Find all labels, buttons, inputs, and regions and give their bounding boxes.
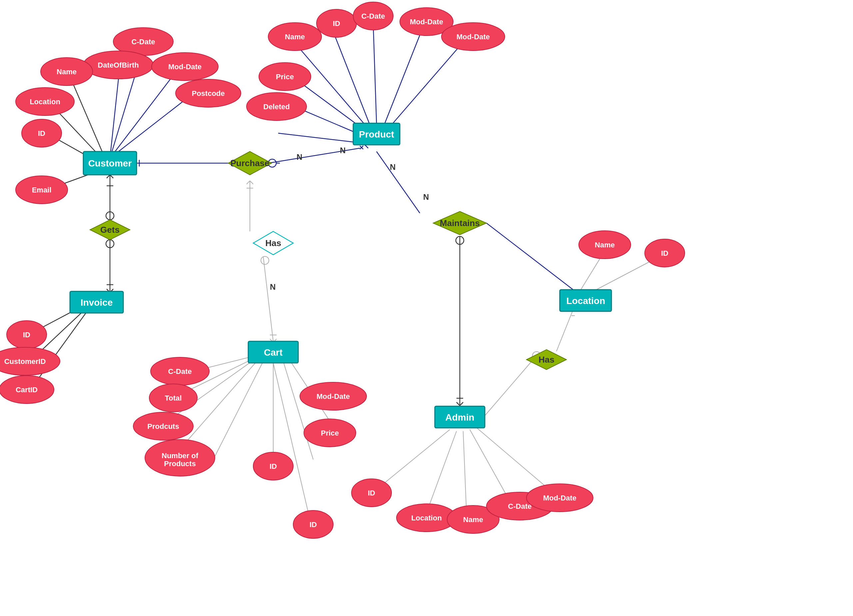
customer-entity-label: Customer [88, 158, 132, 168]
svg-line-35 [457, 402, 460, 406]
invoice-cartid-label: CartID [16, 386, 38, 394]
svg-line-68 [470, 430, 510, 501]
svg-line-66 [426, 431, 457, 513]
product-price2-label: Price [276, 73, 294, 81]
cart-products-label: Prodcuts [147, 422, 179, 431]
admin-cdate-label: C-Date [508, 502, 532, 510]
cart-numproducts-label2: Products [164, 460, 196, 468]
product-entity-label: Product [359, 129, 394, 139]
customer-location-label: Location [30, 98, 60, 106]
svg-line-39 [557, 310, 573, 351]
customer-moddate-label: Mod-Date [168, 63, 202, 71]
invoice-id-label: ID [23, 331, 30, 339]
customer-id-label: ID [38, 129, 45, 138]
purchase-n2-label: N [340, 146, 346, 155]
cart-id-label: ID [270, 462, 277, 471]
svg-line-74 [373, 23, 376, 123]
svg-line-79 [278, 133, 363, 143]
cart-moddate-label: Mod-Date [317, 392, 350, 401]
location-name-label: Name [595, 241, 615, 249]
cart-total-label: Total [165, 394, 182, 402]
svg-line-64 [273, 363, 310, 519]
admin-moddate-label: Mod-Date [543, 494, 577, 502]
svg-line-26 [268, 148, 360, 163]
admin-location-label: Location [411, 514, 442, 522]
customer-dob-label: DateOfBirth [98, 61, 139, 69]
cart-subid-label: ID [310, 521, 317, 529]
product-deleted2-label: Deleted [263, 103, 290, 111]
has-location-relation-label: Has [539, 355, 554, 365]
svg-line-76 [392, 38, 466, 125]
product-cdate-label: C-Date [361, 12, 385, 20]
svg-line-67 [463, 431, 466, 513]
admin-name-label: Name [463, 515, 483, 524]
svg-line-38 [486, 223, 573, 290]
has-cart-relation-label: Has [265, 238, 281, 248]
svg-line-51 [263, 256, 273, 341]
er-diagram: N N N N N [0, 0, 853, 616]
svg-line-75 [385, 27, 423, 123]
maintains-n-label: N [390, 162, 396, 171]
product-moddate2-label: Mod-Date [457, 33, 490, 41]
svg-line-60 [213, 361, 263, 460]
admin-entity-label: Admin [445, 412, 474, 422]
svg-line-62 [283, 361, 313, 460]
cart-price-label: Price [321, 429, 339, 437]
purchase-relation-label: Purchase [230, 158, 269, 168]
svg-line-72 [296, 45, 367, 127]
svg-line-43 [481, 360, 533, 419]
customer-postcode-label: Postcode [191, 89, 225, 98]
customer-email-label: Email [32, 186, 52, 194]
invoice-customerid-label: CustomerID [5, 357, 46, 366]
has-n-label: N [270, 282, 276, 291]
product-name-label: Name [285, 33, 305, 41]
invoice-entity-label: Invoice [80, 297, 112, 308]
customer-cdate-label: C-Date [132, 38, 155, 46]
product-moddate-label: Mod-Date [410, 18, 443, 26]
location-id-label: ID [661, 249, 668, 257]
maintains-n2-label: N [423, 192, 429, 201]
svg-line-4 [70, 77, 105, 158]
purchase-n-label: N [296, 153, 302, 162]
svg-line-48 [247, 181, 250, 184]
customer-name-label: Name [57, 68, 77, 76]
admin-id-label: ID [368, 489, 375, 497]
cart-numproducts-label: Number of [162, 451, 199, 460]
svg-line-32 [376, 151, 420, 213]
svg-line-65 [376, 430, 450, 489]
svg-line-49 [250, 181, 253, 184]
location-entity-label: Location [566, 296, 606, 306]
svg-point-52 [261, 256, 269, 264]
product-id-label: ID [333, 19, 340, 28]
svg-line-36 [460, 402, 463, 406]
gets-relation-label: Gets [100, 225, 120, 235]
cart-cdate-label: C-Date [168, 367, 192, 375]
maintains-relation-label: Maintains [440, 218, 480, 228]
cart-entity-label: Cart [264, 347, 282, 358]
